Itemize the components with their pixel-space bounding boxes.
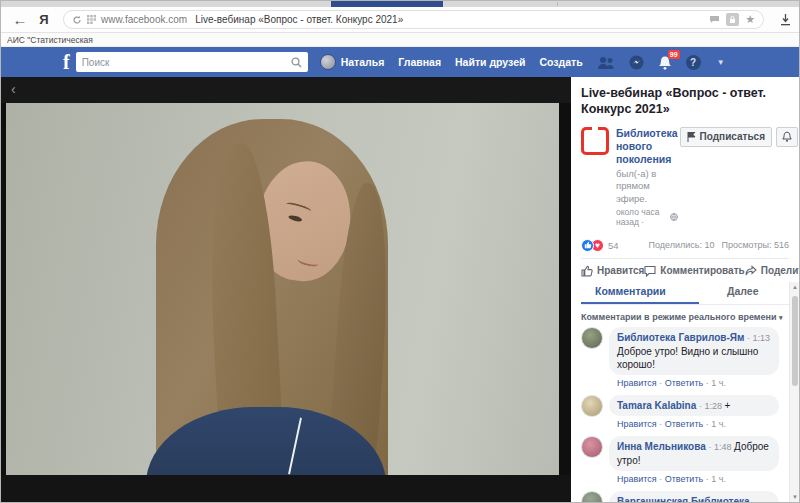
friend-requests-icon[interactable] bbox=[597, 56, 615, 69]
yandex-logo[interactable]: Я bbox=[31, 12, 57, 27]
account-menu-caret-icon[interactable]: ▼ bbox=[717, 58, 725, 67]
password-lock-icon[interactable] bbox=[726, 13, 739, 26]
comment-author-link[interactable]: Инна Мельникова bbox=[617, 441, 706, 452]
comment-timestamp: · 1:28 bbox=[699, 401, 725, 411]
tab-divider bbox=[557, 2, 558, 6]
scroll-up-icon[interactable]: ▲ bbox=[790, 282, 799, 292]
notifications-icon[interactable]: 99 bbox=[658, 55, 672, 70]
live-video-player[interactable]: ‹ bbox=[1, 77, 571, 502]
download-icon[interactable] bbox=[780, 14, 791, 26]
post-timestamp[interactable]: около часа назад · bbox=[616, 207, 678, 227]
share-button[interactable]: Поделиться bbox=[745, 265, 799, 277]
post-action-row: Нравится Комментировать Поделиться bbox=[581, 259, 789, 282]
shares-count[interactable]: Поделились: 10 bbox=[648, 240, 714, 250]
browser-tabstrip[interactable] bbox=[1, 1, 799, 7]
commenter-avatar[interactable] bbox=[581, 436, 603, 458]
help-icon[interactable]: ? bbox=[686, 55, 701, 70]
search-input[interactable] bbox=[82, 57, 291, 68]
browser-toolbar: ← Я www.facebook.com Live-вебинар «Вопро… bbox=[1, 7, 799, 33]
comment-author-link[interactable]: Библиотека Гаврилов-Ям bbox=[617, 332, 744, 343]
nav-find-friends[interactable]: Найти друзей bbox=[455, 56, 525, 68]
comments-scrollbar[interactable]: ▲ ▼ bbox=[789, 282, 799, 502]
tab-next[interactable]: Далее bbox=[699, 282, 759, 304]
page-logo[interactable] bbox=[581, 127, 609, 155]
comment-bubble: Библиотека Гаврилов-Ям · 1:13 Доброе утр… bbox=[609, 327, 779, 375]
profile-avatar bbox=[320, 54, 336, 70]
comment-age: 1 ч. bbox=[711, 474, 726, 484]
back-button[interactable]: ← bbox=[9, 11, 31, 28]
video-bottom-bar bbox=[1, 475, 571, 502]
tab-comments[interactable]: Комментарии bbox=[581, 282, 699, 304]
facebook-logo[interactable]: f bbox=[63, 50, 70, 74]
comment-like-link[interactable]: Нравится bbox=[617, 419, 657, 429]
comment-actions: Нравится · Ответить · 1 ч. bbox=[617, 378, 779, 388]
facebook-search[interactable] bbox=[76, 52, 308, 72]
address-bar[interactable]: www.facebook.com Live-вебинар «Вопрос - … bbox=[63, 10, 764, 29]
live-status-text: был(-а) в прямом эфире. bbox=[616, 168, 678, 205]
comment-reply-link[interactable]: Ответить bbox=[665, 378, 703, 388]
nav-create[interactable]: Создать bbox=[539, 56, 582, 68]
page-title-text: Live-вебинар «Вопрос - ответ. Конкурс 20… bbox=[195, 14, 709, 25]
chevron-down-icon: ▾ bbox=[779, 314, 783, 321]
notification-badge: 99 bbox=[668, 50, 680, 59]
messenger-icon[interactable] bbox=[629, 55, 644, 70]
search-icon[interactable] bbox=[291, 57, 302, 68]
engagement-stats-row: ♥ 54 Поделились: 10 Просмотры: 516 bbox=[581, 239, 789, 259]
page-name-link[interactable]: Библиотека нового поколения bbox=[616, 127, 678, 166]
refresh-icon[interactable] bbox=[72, 15, 82, 25]
comment-actions: Нравится · Ответить · 1 ч. bbox=[617, 419, 779, 429]
comments-mode-selector[interactable]: Комментарии в режиме реального времени ▾ bbox=[581, 312, 789, 322]
globe-icon bbox=[670, 213, 678, 221]
comment-reply-link[interactable]: Ответить bbox=[665, 419, 703, 429]
follow-button[interactable]: Подписаться bbox=[680, 127, 772, 147]
comment-like-link[interactable]: Нравится bbox=[617, 474, 657, 484]
bookmark-star-icon[interactable]: ★ bbox=[745, 13, 755, 26]
url-text[interactable]: www.facebook.com bbox=[101, 14, 187, 25]
comment-timestamp: · 1:13 bbox=[747, 333, 770, 343]
bookmark-item[interactable]: АИС "Статистическая bbox=[7, 35, 93, 45]
reaction-icons[interactable]: ♥ 54 bbox=[581, 239, 619, 252]
scroll-down-icon[interactable]: ▼ bbox=[790, 492, 799, 502]
comment-like-link[interactable]: Нравится bbox=[617, 378, 657, 388]
commenter-avatar[interactable] bbox=[581, 491, 603, 502]
comment-bubble: Инна Мельникова · 1:48 Доброе утро! bbox=[609, 436, 779, 471]
video-frame[interactable] bbox=[6, 103, 559, 475]
comment-author-link[interactable]: Варгашинская Библиотека bbox=[617, 496, 750, 502]
browser-window: ← Я www.facebook.com Live-вебинар «Вопро… bbox=[0, 0, 800, 503]
comment-item: Tamara Kalabina · 1:28 + Нравится · Отве… bbox=[581, 395, 789, 430]
comment-author-link[interactable]: Tamara Kalabina bbox=[617, 400, 696, 411]
active-tab-indicator[interactable] bbox=[331, 1, 443, 7]
commenter-avatar[interactable] bbox=[581, 395, 603, 417]
comment-bubble: Варгашинская Библиотека · 1:51 Здравству… bbox=[609, 491, 779, 502]
site-icon bbox=[87, 15, 96, 24]
comment-age: 1 ч. bbox=[711, 378, 726, 388]
comment-timestamp: · 1:48 bbox=[709, 442, 735, 452]
video-top-bar: ‹ bbox=[1, 77, 571, 103]
comment-reply-link[interactable]: Ответить bbox=[665, 474, 703, 484]
comment-item: Варгашинская Библиотека · 1:51 Здравству… bbox=[581, 491, 789, 502]
commenter-avatar[interactable] bbox=[581, 327, 603, 349]
turbo-icon[interactable] bbox=[709, 15, 720, 24]
video-back-icon[interactable]: ‹ bbox=[11, 81, 16, 97]
nav-home[interactable]: Главная bbox=[398, 56, 441, 68]
comment-text: + bbox=[725, 400, 731, 411]
main-content: ‹ Live-вебинар «Вопрос - ответ. Конкурс … bbox=[1, 77, 799, 502]
comment-button[interactable]: Комментировать bbox=[644, 265, 744, 277]
profile-link[interactable]: Наталья bbox=[320, 54, 385, 70]
video-sidebar: Live-вебинар «Вопрос - ответ. Конкурс 20… bbox=[571, 77, 799, 502]
scrollbar-thumb[interactable] bbox=[792, 296, 798, 386]
profile-name[interactable]: Наталья bbox=[341, 56, 385, 68]
notifications-toggle-button[interactable] bbox=[776, 127, 798, 147]
comment-item: Инна Мельникова · 1:48 Доброе утро! Нрав… bbox=[581, 436, 789, 484]
comment-text: Доброе утро! Видно и слышно хорошо! bbox=[617, 346, 758, 370]
like-reaction-icon bbox=[581, 239, 594, 252]
sidebar-tabs: Комментарии Далее bbox=[581, 282, 789, 305]
like-button[interactable]: Нравится bbox=[581, 265, 644, 277]
comment-item: Библиотека Гаврилов-Ям · 1:13 Доброе утр… bbox=[581, 327, 789, 388]
page-header-row: Библиотека нового поколения был(-а) в пр… bbox=[581, 127, 789, 227]
comment-actions: Нравится · Ответить · 1 ч. bbox=[617, 474, 779, 484]
comments-list: Библиотека Гаврилов-Ям · 1:13 Доброе утр… bbox=[581, 327, 789, 502]
reactions-count[interactable]: 54 bbox=[608, 240, 619, 251]
bookmarks-bar: АИС "Статистическая bbox=[1, 33, 799, 47]
comment-bubble: Tamara Kalabina · 1:28 + bbox=[609, 395, 779, 417]
